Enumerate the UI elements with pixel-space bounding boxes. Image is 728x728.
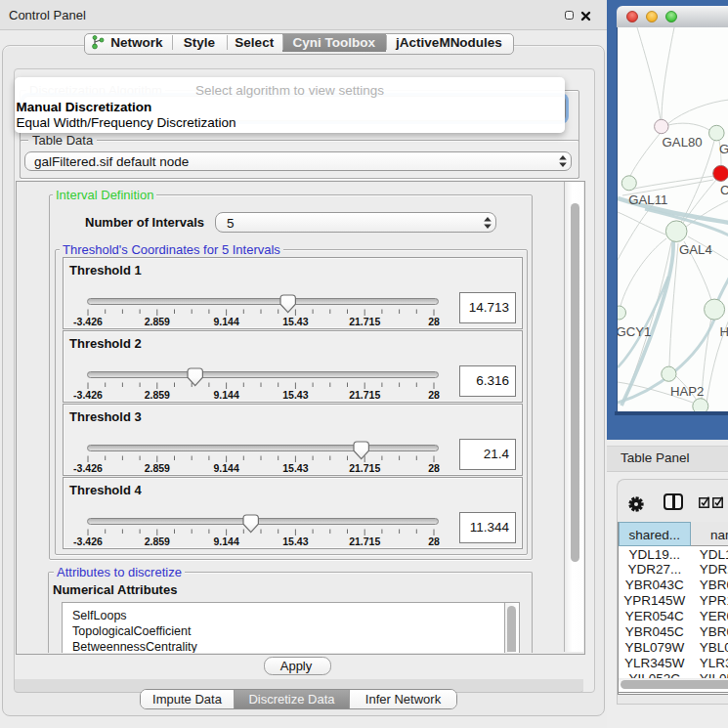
svg-text:GAL80: GAL80 [662,135,702,150]
svg-text:GCY1: GCY1 [618,323,651,338]
svg-text:GA: GA [719,142,728,156]
svg-text:CA: CA [720,183,728,197]
svg-text:GAL11: GAL11 [628,193,667,207]
svg-text:HAP2: HAP2 [670,383,704,398]
svg-text:H: H [719,323,728,338]
svg-text:GAL4: GAL4 [679,241,712,256]
